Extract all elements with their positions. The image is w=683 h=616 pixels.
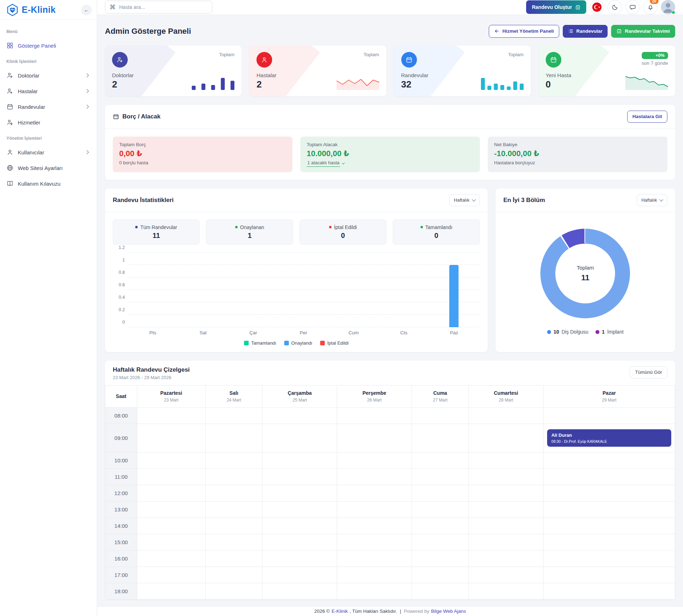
logo-hexagon-heart-icon — [6, 3, 19, 17]
patient-search[interactable]: ⌘ — [105, 1, 212, 14]
user-avatar[interactable] — [661, 0, 675, 14]
appointments-button[interactable]: Randevular — [563, 25, 608, 38]
schedule-cell — [263, 550, 337, 567]
schedule-cell — [543, 534, 675, 550]
day-name: Pazartesi — [139, 390, 203, 396]
sidebar-item-doktorlar[interactable]: Doktorlar — [6, 68, 90, 83]
x-axis-label: Sal — [178, 330, 228, 335]
appointments-calendar-button[interactable]: Randevular Takvimi — [611, 25, 675, 38]
schedule-cell — [205, 424, 262, 452]
schedule-cell — [543, 550, 675, 567]
go-to-patients-button[interactable]: Hastalara Git — [627, 111, 667, 123]
sidebar-item-hizmetler[interactable]: Hizmetler — [6, 115, 90, 130]
bar-chart-legend: TamamlandıOnaylandıİptal Edildi — [113, 336, 479, 352]
schedule-cell — [469, 583, 544, 599]
schedule-cell — [543, 485, 675, 501]
y-axis-tick-label: 1.2 — [112, 245, 125, 250]
schedule-cell: Ali Duran09:30 - Dr.Prof. Eyüp KARAKALE — [543, 424, 675, 452]
stat-value: 2 — [112, 79, 134, 90]
legend-label: İptal Edildi — [327, 340, 349, 346]
appointment-card[interactable]: Ali Duran09:30 - Dr.Prof. Eyüp KARAKALE — [547, 429, 671, 447]
finance-card-value: 0,00 ₺ — [119, 149, 286, 158]
schedule-day-header-ar-amba: Çarşamba25 Mart — [263, 385, 337, 407]
view-all-button[interactable]: Tümünü Gör — [630, 366, 667, 378]
schedule-date-range: 23 Mart 2026 - 29 Mart 2026 — [113, 375, 190, 380]
chevron-right-icon — [85, 73, 89, 77]
chevron-down-icon[interactable] — [342, 161, 345, 164]
patient-search-input[interactable] — [119, 4, 208, 10]
legend-value: 1 — [602, 329, 605, 335]
sidebar-item-g-sterge-paneli[interactable]: Gösterge Paneli — [6, 38, 90, 53]
appointment-stats-period-select[interactable]: Haftalık — [449, 194, 480, 206]
schedule-cell — [137, 485, 205, 501]
top-sections-period-select[interactable]: Haftalık — [637, 194, 667, 206]
schedule-cell — [412, 468, 468, 485]
schedule-cell — [412, 567, 468, 583]
schedule-cell — [469, 501, 544, 517]
y-axis-tick-label: 0 — [112, 320, 125, 325]
time-slot-label: 08:00 — [105, 407, 137, 424]
chevron-right-icon — [85, 89, 89, 93]
top-sections-donut-chart: Toplam 11 — [540, 229, 630, 318]
notifications-button[interactable]: 20 — [643, 0, 657, 14]
x-axis-label: Pts — [128, 330, 178, 335]
legend-value: 10 — [554, 329, 559, 335]
day-name: Perşembe — [339, 390, 409, 396]
app-logo[interactable]: E-Klinik — [6, 3, 55, 17]
y-axis-tick-label: 0.2 — [112, 307, 125, 312]
appointment-patient-name: Ali Duran — [551, 432, 667, 438]
stat-icon-randevular — [401, 52, 417, 68]
schedule-row-12-00: 12:00 — [105, 485, 675, 501]
sidebar-item-label: Kullanıcılar — [18, 149, 44, 155]
sidebar-item-randevular[interactable]: Randevular — [6, 99, 90, 115]
legend-dot — [595, 330, 599, 334]
finance-card-subtext-label: Hastalara borçluyuz — [494, 160, 535, 165]
finance-card-label: Toplam Borç — [119, 142, 286, 147]
language-flag-button[interactable] — [590, 0, 604, 14]
legend-swatch — [320, 341, 325, 345]
finance-card-subtext-label[interactable]: 1 alacaklı hasta — [307, 160, 340, 167]
x-axis-label: Cts — [379, 330, 429, 335]
logo-text: E-Klinik — [22, 5, 55, 15]
messages-button[interactable] — [625, 0, 640, 14]
legend-swatch — [244, 341, 249, 345]
time-slot-label: 10:00 — [105, 452, 137, 468]
footer-brand-link[interactable]: E-Klinik — [332, 609, 348, 614]
sidebar-section-label: Klinik İşlemleri — [6, 59, 90, 64]
create-appointment-button[interactable]: Randevu Oluştur — [526, 0, 586, 14]
schedule-cell — [337, 501, 412, 517]
top-sections-card: En İyi 3 Bölüm Haftalık Toplam 11 10Diş … — [496, 188, 675, 352]
sidebar-collapse-button[interactable]: ← — [81, 5, 92, 15]
dark-mode-toggle[interactable] — [608, 0, 622, 14]
footer-agency-link[interactable]: Bilge Web Ajans — [431, 609, 466, 614]
finance-title: Borç / Alacak — [122, 113, 160, 120]
sidebar-item-kullan-m-k-lavuzu[interactable]: Kullanım Kılavuzu — [6, 176, 90, 191]
stat-card-yeni-hasta: Yeni Hasta0+0%son 7 günde — [539, 46, 675, 96]
schedule-cell — [469, 567, 544, 583]
bar-column-per — [278, 253, 328, 327]
schedule-cell — [412, 534, 468, 550]
schedule-cell — [205, 550, 262, 567]
bar-chart-x-axis: PtsSalÇarPerCumCtsPaz — [128, 327, 479, 336]
sidebar-item-kullan-c-lar[interactable]: Kullanıcılar — [6, 144, 90, 160]
schedule-cell — [543, 517, 675, 534]
sidebar-item-hastalar[interactable]: Hastalar — [6, 83, 90, 99]
schedule-cell — [469, 424, 544, 452]
legend-swatch — [284, 341, 289, 345]
chevron-right-icon — [85, 150, 89, 154]
schedule-cell — [543, 501, 675, 517]
sidebar-section-label: Yönetim İşlemleri — [6, 136, 90, 141]
schedule-cell — [412, 452, 468, 468]
day-date: 28 Mart — [471, 398, 541, 403]
schedule-cell — [337, 550, 412, 567]
user-icon — [6, 149, 14, 156]
service-management-button[interactable]: Hizmet Yönetim Paneli — [489, 25, 559, 38]
time-slot-label: 13:00 — [105, 501, 137, 517]
sidebar-item-web-sitesi-ayarlar[interactable]: Web Sitesi Ayarları — [6, 160, 90, 176]
schedule-cell — [263, 517, 337, 534]
finance-card-toplam-alacak: Toplam Alacak10.000,00 ₺1 alacaklı hasta — [300, 137, 480, 172]
calendar-plus-icon — [575, 5, 581, 10]
day-date: 23 Mart — [139, 398, 203, 403]
schedule-cell — [263, 424, 337, 452]
schedule-cell — [412, 485, 468, 501]
